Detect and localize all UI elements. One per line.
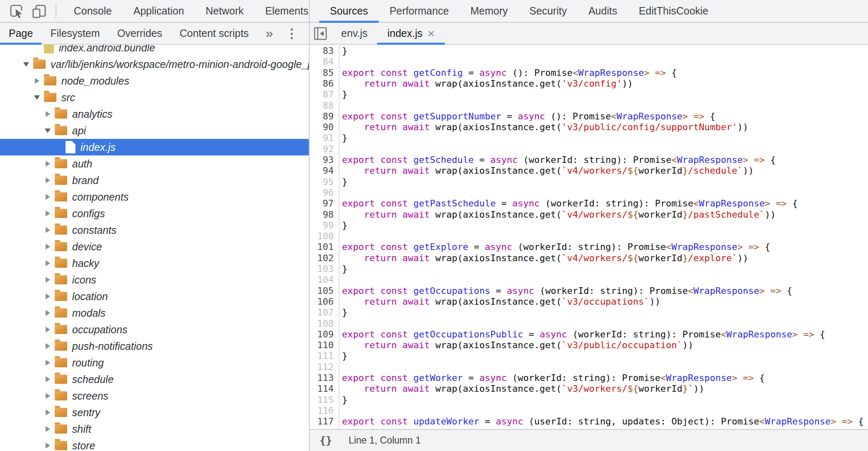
- line-number[interactable]: 114: [310, 383, 339, 394]
- tree-item-modals[interactable]: modals: [0, 305, 309, 321]
- line-number[interactable]: 84: [310, 56, 339, 67]
- sidebar-tab-content-scripts[interactable]: Content scripts: [171, 23, 257, 44]
- code-line[interactable]: 101export const getExplore = async (work…: [310, 242, 868, 253]
- tab-memory[interactable]: Memory: [460, 0, 519, 22]
- chevron-collapsed-icon[interactable]: [44, 244, 51, 250]
- tree-item-node-modules[interactable]: node_modules: [0, 73, 309, 89]
- chevron-collapsed-icon[interactable]: [44, 360, 51, 366]
- code-line[interactable]: 114 return await wrap(axiosInstance.get(…: [310, 383, 868, 395]
- code-line[interactable]: 99}: [310, 220, 868, 231]
- line-number[interactable]: 87: [310, 89, 339, 100]
- code-line[interactable]: 83}: [310, 46, 868, 57]
- tab-sources[interactable]: Sources: [319, 0, 379, 22]
- tree-item-hacky[interactable]: hacky: [0, 255, 309, 272]
- tree-item-var-lib-jenkins-workspace-metro-minion-android-google-pl[interactable]: var/lib/jenkins/workspace/metro-minion-a…: [0, 56, 309, 73]
- tab-network[interactable]: Network: [195, 0, 255, 22]
- line-number[interactable]: 104: [310, 274, 339, 285]
- code-line[interactable]: 109export const getOccupationsPublic = a…: [310, 329, 868, 340]
- tree-item-device[interactable]: device: [0, 238, 309, 255]
- chevron-expanded-icon[interactable]: [22, 62, 30, 67]
- line-number[interactable]: 96: [310, 187, 339, 198]
- code-line[interactable]: 103}: [310, 264, 868, 275]
- close-tab-icon[interactable]: ×: [427, 27, 435, 40]
- line-number[interactable]: 100: [310, 231, 339, 242]
- line-number[interactable]: 103: [310, 264, 339, 274]
- code-line[interactable]: 115}: [310, 395, 868, 406]
- code-line[interactable]: 91}: [310, 133, 868, 144]
- chevron-collapsed-icon[interactable]: [44, 161, 51, 167]
- chevron-expanded-icon[interactable]: [33, 95, 41, 100]
- tree-item-push-notifications[interactable]: push-notifications: [0, 338, 309, 354]
- tab-application[interactable]: Application: [123, 0, 195, 22]
- code-line[interactable]: 86 return await wrap(axiosInstance.get('…: [310, 78, 868, 90]
- tab-security[interactable]: Security: [519, 0, 577, 22]
- line-number[interactable]: 107: [310, 307, 339, 318]
- line-number[interactable]: 106: [310, 296, 339, 307]
- chevron-collapsed-icon[interactable]: [44, 410, 51, 415]
- tab-editthiscookie[interactable]: EditThisCookie: [628, 0, 719, 22]
- tab-audits[interactable]: Audits: [577, 0, 628, 22]
- tab-performance[interactable]: Performance: [379, 0, 460, 22]
- collapse-sidebar-icon[interactable]: [310, 23, 331, 44]
- inspect-element-icon[interactable]: [7, 2, 25, 20]
- line-number[interactable]: 90: [310, 122, 339, 133]
- chevron-collapsed-icon[interactable]: [44, 376, 51, 382]
- tree-item-occupations[interactable]: occupations: [0, 321, 309, 338]
- code-line[interactable]: 93export const getSchedule = async (work…: [310, 155, 868, 166]
- chevron-collapsed-icon[interactable]: [44, 443, 51, 449]
- tree-item-location[interactable]: location: [0, 288, 309, 305]
- device-toolbar-icon[interactable]: [31, 2, 48, 20]
- tree-item-sentry[interactable]: sentry: [0, 404, 309, 421]
- code-line[interactable]: 113export const getWorker = async (worke…: [310, 373, 868, 384]
- tree-item-routing[interactable]: routing: [0, 354, 309, 371]
- line-number[interactable]: 97: [310, 198, 339, 209]
- line-number[interactable]: 111: [310, 351, 339, 361]
- code-line[interactable]: 105export const getOccupations = async (…: [310, 286, 868, 297]
- chevron-collapsed-icon[interactable]: [44, 327, 51, 332]
- tree-item-constants[interactable]: constants: [0, 222, 309, 238]
- code-line[interactable]: 106 return await wrap(axiosInstance.get(…: [310, 296, 868, 308]
- line-number[interactable]: 98: [310, 209, 339, 220]
- code-line[interactable]: 110 return await wrap(axiosInstance.get(…: [310, 340, 868, 351]
- file-tab-index-js[interactable]: index.js×: [377, 23, 444, 44]
- code-editor[interactable]: 83}8485export const getConfig = async ()…: [310, 45, 868, 429]
- line-number[interactable]: 101: [310, 242, 339, 252]
- line-number[interactable]: 116: [310, 405, 339, 416]
- sidebar-tab-filesystem[interactable]: Filesystem: [41, 23, 108, 44]
- line-number[interactable]: 92: [310, 144, 339, 155]
- line-number[interactable]: 91: [310, 133, 339, 143]
- chevron-collapsed-icon[interactable]: [44, 260, 51, 266]
- line-number[interactable]: 99: [310, 220, 339, 231]
- code-line[interactable]: 89export const getSupportNumber = async …: [310, 111, 868, 122]
- line-number[interactable]: 85: [310, 68, 339, 78]
- code-line[interactable]: 98 return await wrap(axiosInstance.get(`…: [310, 209, 868, 221]
- tree-item-index-android-bundle[interactable]: index.android.bundle: [0, 45, 309, 56]
- code-line[interactable]: 95}: [310, 177, 868, 188]
- tree-item-index-js[interactable]: index.js: [0, 139, 309, 155]
- line-number[interactable]: 95: [310, 177, 339, 187]
- tree-item-components[interactable]: components: [0, 189, 309, 205]
- panel-divider[interactable]: [309, 0, 310, 451]
- chevron-collapsed-icon[interactable]: [44, 277, 51, 283]
- code-line[interactable]: 112: [310, 362, 868, 373]
- chevron-collapsed-icon[interactable]: [44, 426, 51, 432]
- tree-item-api[interactable]: api: [0, 122, 309, 139]
- code-line[interactable]: 84: [310, 56, 868, 68]
- code-line[interactable]: 116: [310, 405, 868, 417]
- chevron-collapsed-icon[interactable]: [44, 194, 51, 200]
- chevron-collapsed-icon[interactable]: [44, 211, 51, 216]
- code-line[interactable]: 88: [310, 100, 868, 112]
- code-line[interactable]: 100: [310, 231, 868, 242]
- line-number[interactable]: 115: [310, 395, 339, 405]
- code-line[interactable]: 85export const getConfig = async (): Pro…: [310, 68, 868, 79]
- chevron-collapsed-icon[interactable]: [44, 111, 51, 117]
- tree-item-analytics[interactable]: analytics: [0, 106, 309, 122]
- line-number[interactable]: 89: [310, 111, 339, 122]
- line-number[interactable]: 102: [310, 253, 339, 264]
- sidebar-tab-page[interactable]: Page: [0, 23, 41, 44]
- pretty-print-icon[interactable]: {}: [310, 434, 339, 446]
- line-number[interactable]: 93: [310, 155, 339, 165]
- tree-item-schedule[interactable]: schedule: [0, 371, 309, 388]
- line-number[interactable]: 109: [310, 329, 339, 340]
- sidebar-tab-overrides[interactable]: Overrides: [109, 23, 171, 44]
